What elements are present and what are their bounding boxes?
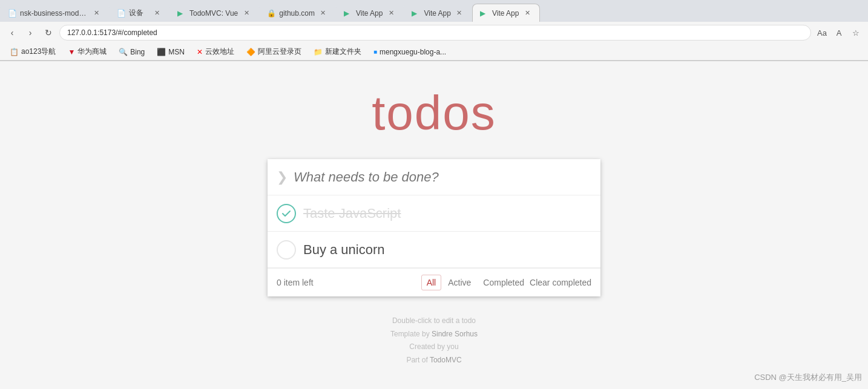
tab-5-close[interactable]: ✕: [386, 8, 396, 18]
app-title: todos: [372, 85, 496, 141]
tab-6[interactable]: ▶ Vite App ✕: [404, 4, 472, 22]
tab-1-close[interactable]: ✕: [91, 8, 101, 18]
tab-3[interactable]: ▶ TodoMVC: Vue ✕: [169, 4, 259, 22]
tab-4-close[interactable]: ✕: [318, 8, 328, 18]
font-size-icon[interactable]: A: [832, 25, 846, 40]
tab-2-icon: 📄: [117, 9, 125, 18]
bookmark-yunyao-icon: ✕: [197, 48, 203, 56]
toolbar-icons: Aa A ☆: [815, 25, 863, 40]
tab-5-title: Vite App: [356, 9, 383, 18]
bookmark-yunyao-label: 云效地址: [205, 47, 234, 57]
bookmark-star-icon[interactable]: ☆: [849, 25, 863, 40]
bookmark-mengxuegu-label: mengxuegu-blog-a...: [380, 48, 446, 56]
bookmark-bing-label: Bing: [130, 48, 145, 56]
address-bar-row: ‹ › ↻ Aa A ☆: [0, 22, 868, 44]
bookmark-msn[interactable]: ⬛ MSN: [152, 45, 189, 59]
filter-active-button[interactable]: Active: [442, 275, 476, 290]
tab-2-title: 设备: [129, 8, 148, 18]
todo-text-1: Taste JavaScript: [303, 206, 591, 221]
account-icon[interactable]: Aa: [815, 25, 829, 40]
bookmark-folder-icon: 📁: [314, 48, 323, 56]
tab-1-icon: 📄: [8, 9, 16, 18]
bookmark-aliyun-label: 阿里云登录页: [258, 47, 301, 57]
bookmark-bing-icon: 🔍: [119, 48, 128, 56]
tab-3-title: TodoMVC: Vue: [189, 9, 238, 18]
tab-4[interactable]: 🔒 github.com ✕: [259, 4, 336, 22]
tab-5-icon: ▶: [344, 9, 352, 18]
back-button[interactable]: ‹: [5, 25, 19, 40]
tab-3-icon: ▶: [177, 9, 186, 18]
reload-button[interactable]: ↻: [41, 25, 56, 40]
tab-4-icon: 🔒: [267, 9, 275, 18]
todo-checkbox-2[interactable]: [277, 240, 296, 260]
check-icon-1: [281, 208, 292, 219]
footer-sindre-link[interactable]: Sindre Sorhus: [432, 330, 478, 338]
tab-7-icon: ▶: [480, 9, 488, 18]
forward-button[interactable]: ›: [23, 25, 38, 40]
todo-footer: 0 item left All Active Completed Clear c…: [268, 268, 600, 296]
bookmark-huawei-label: 华为商城: [77, 47, 107, 57]
bookmark-yunyao[interactable]: ✕ 云效地址: [192, 45, 239, 59]
bookmark-mengxuegu-icon: ■: [373, 48, 377, 55]
bookmark-huawei-icon: ▼: [68, 48, 75, 56]
tab-2[interactable]: 📄 设备 ✕: [109, 4, 169, 22]
bookmarks-bar: 📋 ao123导航 ▼ 华为商城 🔍 Bing ⬛ MSN ✕ 云效地址 🔶 阿…: [0, 44, 868, 60]
bookmark-ao123[interactable]: 📋 ao123导航: [5, 45, 61, 59]
bookmark-mengxuegu[interactable]: ■ mengxuegu-blog-a...: [369, 45, 451, 59]
tab-7[interactable]: ▶ Vite App ✕: [472, 4, 540, 22]
bookmark-bing[interactable]: 🔍 Bing: [114, 45, 150, 59]
csdn-watermark: CSDN @天生我材必有用_吴用: [754, 372, 862, 383]
clear-completed-button[interactable]: Clear completed: [530, 278, 591, 287]
tab-6-close[interactable]: ✕: [455, 8, 464, 18]
bookmark-aliyun[interactable]: 🔶 阿里云登录页: [242, 45, 306, 59]
tab-7-title: Vite App: [492, 9, 519, 18]
tab-5[interactable]: ▶ Vite App ✕: [336, 4, 404, 22]
todo-input-row: ❯: [268, 159, 600, 195]
tab-6-icon: ▶: [412, 9, 420, 18]
footer-todomvc-link[interactable]: TodoMVC: [430, 356, 462, 364]
todo-count: 0 item left: [277, 278, 421, 287]
app-content: todos ❯ Taste JavaScript Buy a unicorn 0…: [0, 61, 868, 389]
footer-line2: Template by Sindre Sorhus: [390, 328, 478, 341]
bookmark-folder[interactable]: 📁 新建文件夹: [309, 45, 366, 59]
bookmark-ao123-icon: 📋: [10, 48, 19, 56]
bookmark-folder-label: 新建文件夹: [325, 47, 361, 57]
todo-text-2: Buy a unicorn: [303, 242, 591, 258]
filter-all-button[interactable]: All: [421, 275, 442, 290]
todo-filters: All Active Completed: [421, 275, 530, 290]
todo-item-1: Taste JavaScript: [268, 195, 600, 232]
browser-chrome: 📄 nsk-business-module #5 ✕ 📄 设备 ✕ ▶ Todo…: [0, 0, 868, 61]
todo-new-input[interactable]: [294, 169, 591, 185]
footer-line3: Created by you: [390, 341, 478, 354]
todo-checkbox-1[interactable]: [277, 204, 296, 223]
bookmark-ao123-label: ao123导航: [21, 47, 56, 57]
address-input[interactable]: [59, 25, 811, 41]
bookmark-msn-icon: ⬛: [157, 48, 166, 56]
todo-container: ❯ Taste JavaScript Buy a unicorn 0 item …: [268, 159, 600, 296]
toggle-all-icon[interactable]: ❯: [277, 169, 288, 185]
bookmark-msn-label: MSN: [168, 48, 185, 56]
footer-info: Double-click to edit a todo Template by …: [390, 315, 478, 367]
filter-completed-button[interactable]: Completed: [478, 275, 530, 290]
footer-line1: Double-click to edit a todo: [390, 315, 478, 328]
bookmark-huawei[interactable]: ▼ 华为商城: [63, 45, 111, 59]
bookmark-aliyun-icon: 🔶: [246, 48, 255, 56]
tab-4-title: github.com: [279, 9, 315, 18]
tab-3-close[interactable]: ✕: [242, 8, 251, 18]
tab-6-title: Vite App: [424, 9, 450, 18]
tab-1[interactable]: 📄 nsk-business-module #5 ✕: [0, 4, 109, 22]
tabs-bar: 📄 nsk-business-module #5 ✕ 📄 设备 ✕ ▶ Todo…: [0, 0, 868, 22]
footer-line4: Part of TodoMVC: [390, 354, 478, 367]
tab-1-title: nsk-business-module #5: [20, 9, 88, 18]
tab-7-close[interactable]: ✕: [522, 8, 532, 18]
todo-item-2: Buy a unicorn: [268, 232, 600, 268]
tab-2-close[interactable]: ✕: [152, 8, 162, 18]
